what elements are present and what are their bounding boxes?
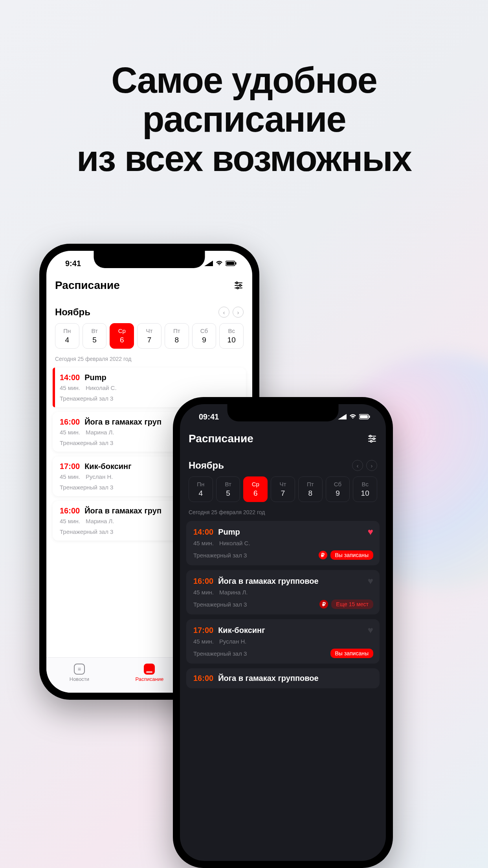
day-name: Вс bbox=[353, 481, 377, 487]
filter-icon[interactable] bbox=[233, 280, 244, 291]
class-duration: 45 мин. bbox=[60, 384, 80, 391]
svg-rect-11 bbox=[369, 416, 370, 418]
heart-icon[interactable]: ♥ bbox=[368, 526, 373, 537]
ruble-badge: ₽ bbox=[319, 551, 327, 559]
class-time: 16:00 bbox=[193, 577, 213, 586]
day-cell[interactable]: Пт8 bbox=[298, 476, 323, 502]
svg-point-17 bbox=[371, 440, 372, 442]
class-trainer: Марина Л. bbox=[86, 518, 114, 524]
class-duration: 45 мин. bbox=[60, 473, 80, 480]
day-cell[interactable]: Вс10 bbox=[353, 476, 377, 502]
class-title: Йога в гамаках груп bbox=[84, 417, 161, 427]
signal-icon bbox=[204, 261, 213, 266]
class-time: 17:00 bbox=[193, 626, 213, 635]
class-title: Pump bbox=[84, 373, 106, 382]
day-name: Сб bbox=[193, 327, 216, 334]
schedule-card[interactable]: 17:00Кик-боксинг♥45 мин.Руслан Н.Тренаже… bbox=[186, 619, 380, 664]
day-number: 5 bbox=[83, 336, 106, 344]
day-cell[interactable]: Вс10 bbox=[219, 323, 244, 349]
day-number: 8 bbox=[165, 336, 189, 344]
day-cell[interactable]: Пт8 bbox=[165, 323, 189, 349]
class-trainer: Марина Л. bbox=[219, 589, 248, 596]
class-trainer: Николай С. bbox=[86, 384, 117, 391]
day-name: Пн bbox=[189, 481, 213, 487]
day-name: Сб bbox=[326, 481, 350, 487]
schedule-card[interactable]: 16:00Йога в гамаках групповое♥45 мин.Мар… bbox=[186, 570, 380, 614]
class-time: 16:00 bbox=[193, 674, 213, 683]
month-label: Ноябрь bbox=[55, 307, 90, 318]
day-cell[interactable]: Пн4 bbox=[189, 476, 213, 502]
class-trainer: Марина Л. bbox=[86, 429, 114, 436]
day-cell[interactable]: Чт7 bbox=[137, 323, 161, 349]
status-time: 9:41 bbox=[65, 259, 81, 268]
month-label: Ноябрь bbox=[189, 460, 224, 471]
heart-icon[interactable]: ♥ bbox=[368, 576, 373, 587]
class-room: Тренажерный зал 3 bbox=[193, 601, 247, 608]
class-title: Йога в гамаках групповое bbox=[218, 577, 319, 586]
phone-dark-mockup: 09:41 Расписание Ноябрь ‹ › Пн4Вт5Ср6Чт7… bbox=[173, 397, 393, 868]
svg-point-7 bbox=[239, 285, 241, 286]
prev-month-button[interactable]: ‹ bbox=[218, 307, 229, 318]
class-duration: 45 мин. bbox=[193, 540, 214, 546]
filter-icon[interactable] bbox=[367, 434, 377, 444]
class-trainer: Руслан Н. bbox=[219, 638, 246, 645]
tab-news[interactable]: ≡ Новости bbox=[70, 664, 89, 682]
schedule-card[interactable]: 16:00Йога в гамаках групповое bbox=[186, 668, 380, 688]
class-room: Тренажерный зал 3 bbox=[60, 440, 113, 446]
page-title: Расписание bbox=[55, 279, 120, 292]
class-trainer: Руслан Н. bbox=[86, 473, 113, 480]
status-pill: Еще 15 мест bbox=[331, 600, 373, 609]
class-room: Тренажерный зал 3 bbox=[60, 528, 113, 535]
class-title: Йога в гамаках груп bbox=[84, 506, 161, 515]
prev-month-button[interactable]: ‹ bbox=[352, 460, 363, 471]
class-time: 17:00 bbox=[60, 462, 80, 471]
day-number: 6 bbox=[244, 489, 267, 498]
day-number: 7 bbox=[271, 489, 295, 498]
next-month-button[interactable]: › bbox=[366, 460, 377, 471]
svg-point-16 bbox=[373, 438, 374, 440]
class-time: 14:00 bbox=[60, 373, 80, 382]
battery-icon bbox=[359, 414, 370, 419]
day-number: 8 bbox=[299, 489, 322, 498]
svg-point-15 bbox=[370, 435, 371, 437]
next-month-button[interactable]: › bbox=[233, 307, 244, 318]
heart-icon[interactable]: ♥ bbox=[368, 625, 373, 636]
day-number: 4 bbox=[55, 336, 79, 344]
day-name: Чт bbox=[271, 481, 295, 487]
class-duration: 45 мин. bbox=[193, 638, 214, 645]
day-name: Вт bbox=[216, 481, 240, 487]
day-cell[interactable]: Сб9 bbox=[326, 476, 350, 502]
day-cell[interactable]: Пн4 bbox=[55, 323, 79, 349]
schedule-card[interactable]: 14:00Pump♥45 мин.Николай С.Тренажерный з… bbox=[186, 521, 380, 565]
class-room: Тренажерный зал 3 bbox=[193, 552, 247, 559]
day-name: Ср bbox=[244, 481, 267, 487]
day-cell[interactable]: Чт7 bbox=[271, 476, 295, 502]
class-title: Йога в гамаках групповое bbox=[218, 674, 319, 683]
day-number: 4 bbox=[189, 489, 213, 498]
day-cell[interactable]: Ср6 bbox=[243, 476, 268, 502]
day-number: 9 bbox=[326, 489, 350, 498]
class-room: Тренажерный зал 3 bbox=[193, 650, 247, 657]
battery-icon bbox=[226, 261, 237, 266]
class-room: Тренажерный зал 3 bbox=[60, 484, 113, 491]
day-cell[interactable]: Ср6 bbox=[110, 323, 134, 349]
day-name: Пт bbox=[299, 481, 322, 487]
day-cell[interactable]: Сб9 bbox=[192, 323, 216, 349]
tab-schedule[interactable]: Расписание bbox=[136, 664, 164, 682]
svg-rect-10 bbox=[360, 415, 368, 418]
ruble-badge: ₽ bbox=[319, 600, 328, 609]
class-duration: 45 мин. bbox=[193, 589, 214, 596]
class-trainer: Николай С. bbox=[219, 540, 250, 546]
status-time: 09:41 bbox=[199, 412, 219, 421]
class-time: 16:00 bbox=[60, 417, 80, 427]
day-cell[interactable]: Вт5 bbox=[216, 476, 240, 502]
day-name: Ср bbox=[110, 327, 134, 334]
day-name: Пт bbox=[165, 327, 189, 334]
signal-icon bbox=[338, 414, 347, 419]
svg-rect-2 bbox=[235, 262, 237, 265]
class-duration: 45 мин. bbox=[60, 429, 80, 436]
day-name: Вт bbox=[83, 327, 106, 334]
svg-rect-1 bbox=[226, 262, 234, 265]
status-pill: Вы записаны bbox=[330, 649, 373, 658]
day-cell[interactable]: Вт5 bbox=[83, 323, 107, 349]
